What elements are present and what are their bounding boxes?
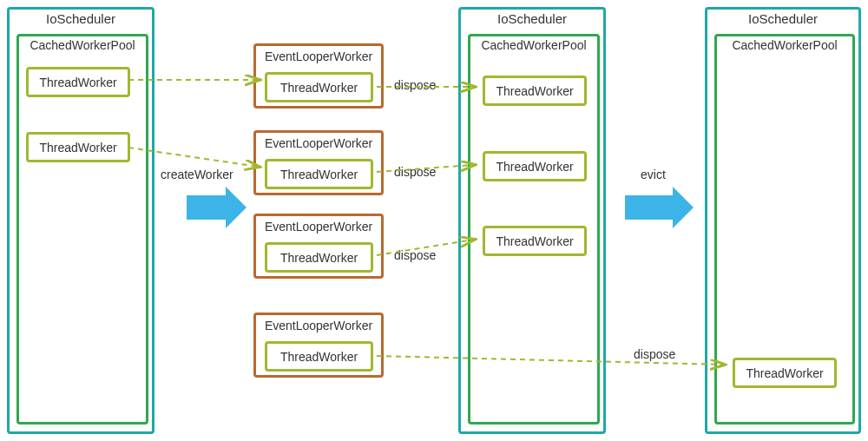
create-worker-label: createWorker — [161, 168, 233, 181]
thread-worker-box: ThreadWorker — [483, 226, 587, 256]
event-looper-label: EventLooperWorker — [265, 319, 372, 332]
thread-worker-box: ThreadWorker — [483, 76, 587, 106]
dispose-label: dispose — [634, 347, 675, 361]
thread-worker-box: ThreadWorker — [265, 159, 373, 189]
thread-worker-label: ThreadWorker — [746, 366, 823, 380]
evict-arrow — [625, 187, 694, 228]
cached-pool-label: CachedWorkerPool — [732, 38, 837, 52]
thread-worker-box: ThreadWorker — [26, 67, 130, 97]
io-scheduler-box: IoScheduler CachedWorkerPool ThreadWorke… — [705, 7, 861, 434]
diagram-root: IoScheduler CachedWorkerPool ThreadWorke… — [0, 0, 868, 441]
thread-worker-label: ThreadWorker — [496, 160, 573, 174]
dispose-label: dispose — [394, 248, 436, 262]
event-looper-box: EventLooperWorker ThreadWorker — [253, 313, 384, 378]
cached-pool-box: CachedWorkerPool ThreadWorker — [714, 34, 855, 425]
thread-worker-label: ThreadWorker — [280, 350, 358, 364]
event-looper-box: EventLooperWorker ThreadWorker — [253, 43, 384, 109]
thread-worker-box: ThreadWorker — [265, 242, 373, 273]
thread-worker-label: ThreadWorker — [280, 251, 358, 265]
event-looper-label: EventLooperWorker — [265, 220, 372, 234]
io-scheduler-label: IoScheduler — [748, 8, 818, 30]
thread-worker-box: ThreadWorker — [265, 341, 373, 372]
io-scheduler-box: IoScheduler CachedWorkerPool ThreadWorke… — [7, 7, 155, 434]
evict-label: evict — [641, 168, 666, 181]
io-scheduler-box: IoScheduler CachedWorkerPool ThreadWorke… — [458, 7, 606, 434]
dispose-label: dispose — [394, 165, 436, 179]
cached-pool-label: CachedWorkerPool — [30, 38, 135, 52]
event-looper-box: EventLooperWorker ThreadWorker — [253, 130, 384, 195]
thread-worker-label: ThreadWorker — [280, 81, 358, 95]
thread-worker-label: ThreadWorker — [39, 141, 116, 155]
event-looper-box: EventLooperWorker ThreadWorker — [253, 214, 384, 279]
thread-worker-label: ThreadWorker — [496, 84, 573, 98]
cached-pool-box: CachedWorkerPool ThreadWorker ThreadWork… — [468, 34, 600, 425]
cached-pool-box: CachedWorkerPool ThreadWorker ThreadWork… — [16, 34, 148, 425]
io-scheduler-label: IoScheduler — [497, 8, 567, 30]
cached-pool-label: CachedWorkerPool — [481, 38, 586, 52]
create-worker-arrow — [187, 187, 247, 228]
thread-worker-label: ThreadWorker — [496, 234, 573, 248]
io-scheduler-label: IoScheduler — [46, 8, 115, 30]
dispose-label: dispose — [394, 78, 436, 92]
thread-worker-box: ThreadWorker — [483, 151, 587, 181]
thread-worker-label: ThreadWorker — [280, 168, 358, 181]
event-looper-label: EventLooperWorker — [265, 49, 372, 63]
event-looper-label: EventLooperWorker — [265, 136, 372, 150]
thread-worker-label: ThreadWorker — [39, 76, 116, 89]
thread-worker-box: ThreadWorker — [26, 132, 130, 162]
thread-worker-box: ThreadWorker — [265, 72, 373, 102]
thread-worker-box: ThreadWorker — [733, 358, 837, 388]
